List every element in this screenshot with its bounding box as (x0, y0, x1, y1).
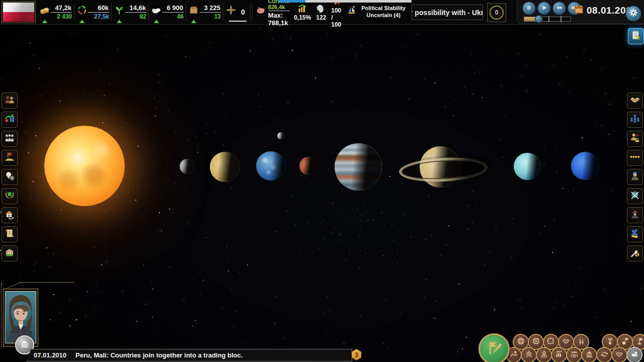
weather-gray-icon (630, 350, 639, 360)
hand-flag-gold-icon (621, 337, 629, 347)
people-network-icon (629, 113, 640, 126)
speed-slider[interactable] (524, 17, 571, 22)
support-value: 100 / 100 (331, 7, 342, 28)
planet-mars (299, 157, 317, 175)
head-profile-icon (315, 3, 327, 14)
bulb-gear-icon (4, 170, 15, 184)
resource-pollution[interactable]: 6 90046 (150, 0, 184, 24)
ship-icon (346, 5, 357, 20)
pause-button[interactable] (522, 2, 536, 15)
coins-icon (39, 5, 50, 20)
news-bar[interactable]: 07.01.2010 Peru, Mali: Countries join to… (26, 349, 352, 361)
divider (74, 4, 74, 21)
leader-gold-icon (540, 350, 548, 360)
leaders-button[interactable] (536, 347, 552, 362)
environment-button[interactable] (626, 347, 642, 362)
relations-button[interactable] (596, 347, 612, 362)
economy-button[interactable] (2, 112, 18, 128)
trend-up-icon (117, 20, 122, 23)
rank-gold-icon (525, 350, 533, 360)
headline-ticker-text: r possibility with - Ukraine (412, 9, 483, 17)
map-pin-gold-icon (510, 350, 518, 360)
divider (111, 4, 112, 21)
left-sidebar (2, 93, 18, 261)
resource-industry[interactable]: 60k27,5k (76, 0, 110, 24)
advisor-panel[interactable] (3, 289, 38, 347)
organizations-button[interactable] (627, 112, 643, 128)
right-sidebar (627, 93, 643, 261)
laws-button[interactable] (2, 226, 18, 242)
top-bar-left-cluster: 47,2k2 43060k27,5k14,6k826 900463 225130… (0, 0, 409, 24)
puzzle-gold-icon (547, 337, 555, 347)
military-button[interactable] (627, 169, 643, 185)
growth-stat[interactable]: 0,15% (292, 3, 312, 21)
plant-icon (114, 5, 125, 20)
population-view-button[interactable] (566, 347, 582, 362)
two-people-icon (4, 94, 15, 107)
edit-flag-button[interactable] (478, 333, 510, 362)
rewind-icon (556, 4, 562, 13)
settings-button[interactable] (625, 6, 641, 22)
scroll-icon (4, 228, 15, 241)
objectives-button[interactable] (628, 28, 644, 44)
slider-tick (548, 16, 549, 22)
infrastructure-button[interactable] (2, 207, 18, 223)
treaties-view-button[interactable] (611, 347, 627, 362)
time-control-panel: 08.01.2010 (517, 0, 644, 24)
selected-underline (229, 21, 247, 22)
diplomacy-button[interactable] (627, 93, 643, 109)
government-button[interactable] (2, 93, 18, 109)
capitol-gold-icon (585, 350, 594, 360)
top-bar: 47,2k2 43060k27,5k14,6k826 900463 225130… (0, 0, 644, 25)
resource-goods[interactable]: 3 22513 (188, 0, 221, 24)
sun (44, 126, 125, 206)
support-stat[interactable]: 100 / 100 (330, 0, 344, 28)
sponsorship-button[interactable] (627, 226, 643, 242)
four-dots-icon (629, 151, 640, 164)
flag-pole-gold-icon (636, 337, 644, 347)
research-button[interactable] (2, 169, 18, 185)
planet-mercury (180, 159, 195, 174)
trend-up-icon (154, 20, 159, 23)
gold-flourish (1, 283, 2, 347)
war-button[interactable] (627, 188, 643, 204)
stability-stat[interactable]: Political Stability Uncertain (4) (345, 0, 409, 24)
politics-button[interactable] (2, 150, 18, 166)
soldier-icon (629, 170, 640, 184)
achievements-button[interactable] (2, 188, 18, 204)
resource-strip: 47,2k2 43060k27,5k14,6k826 900463 225130 (39, 0, 251, 24)
nuclear-button[interactable] (627, 245, 643, 261)
divider (186, 4, 186, 21)
speed-slider-handle[interactable] (535, 15, 543, 23)
globe-swords-icon (629, 190, 640, 203)
demography-button[interactable] (2, 131, 18, 147)
resource-agriculture[interactable]: 14,6k82 (113, 0, 147, 24)
handshake-gold-icon (562, 337, 571, 347)
capacity-stat[interactable]: Current: 826,4k Max: 788,1k (254, 0, 291, 24)
play-button[interactable] (537, 2, 551, 15)
resource-change: 2 430 (57, 13, 72, 20)
alert-counter-button[interactable]: 0 (487, 3, 506, 22)
pause-icon (526, 4, 532, 13)
espionage-button[interactable] (627, 207, 643, 223)
resource-money[interactable]: 47,2k2 430 (39, 0, 72, 24)
handshake-icon (629, 94, 640, 107)
divider (223, 4, 223, 21)
resource-value: 6 900 (163, 4, 184, 13)
play-icon (541, 4, 547, 13)
government-view-button[interactable] (581, 347, 597, 362)
headline-ticker[interactable]: r possibility with - Ukraine (412, 5, 483, 20)
trade-button[interactable] (627, 131, 643, 147)
bank-building-icon (20, 339, 30, 351)
poland-flag[interactable] (2, 2, 35, 23)
military-ranks-button[interactable] (521, 347, 537, 362)
slower-button[interactable] (552, 2, 566, 15)
trend-up-icon (191, 20, 196, 23)
space-background (0, 0, 644, 362)
population-stat[interactable]: 122 (314, 3, 328, 21)
treasury-button[interactable] (2, 245, 18, 261)
statistics-button[interactable] (551, 347, 567, 362)
more-actions-button[interactable] (627, 150, 643, 166)
stats-gold-icon (555, 350, 564, 360)
resource-expansion-points[interactable]: 0 (225, 0, 249, 24)
